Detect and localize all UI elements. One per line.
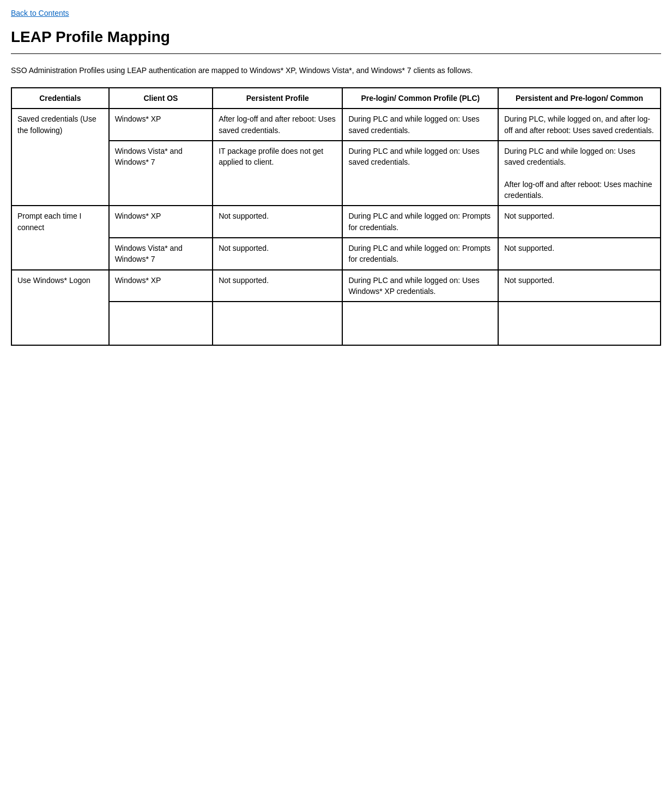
cell-os-xp-winlogon: Windows* XP — [109, 270, 213, 302]
cell-persistent-prompt-xp: Not supported. — [213, 206, 342, 238]
table-row: Prompt each time I connect Windows* XP N… — [11, 206, 661, 238]
table-header-row: Credentials Client OS Persistent Profile… — [11, 88, 661, 109]
cell-plc-saved-xp: During PLC and while logged on: Uses sav… — [342, 109, 498, 141]
header-persistent-profile: Persistent Profile — [213, 88, 342, 109]
cell-credentials-saved: Saved credentials (Use the following) — [11, 109, 109, 206]
back-to-contents-link[interactable]: Back to Contents — [11, 9, 69, 17]
cell-plc-prompt-xp: During PLC and while logged on: Prompts … — [342, 206, 498, 238]
cell-persistent-saved-vista: IT package profile does not get applied … — [213, 141, 342, 206]
cell-plc-winlogon-empty — [342, 302, 498, 345]
cell-prelogon-saved-vista: During PLC and while logged on: Uses sav… — [498, 141, 661, 206]
cell-plc-saved-vista: During PLC and while logged on: Uses sav… — [342, 141, 498, 206]
table-row: Use Windows* Logon Windows* XP Not suppo… — [11, 270, 661, 302]
intro-paragraph: SSO Administration Profiles using LEAP a… — [11, 65, 661, 76]
cell-os-xp-saved: Windows* XP — [109, 109, 213, 141]
cell-os-xp-prompt: Windows* XP — [109, 206, 213, 238]
cell-credentials-winlogon: Use Windows* Logon — [11, 270, 109, 346]
cell-plc-winlogon-xp: During PLC and while logged on: Uses Win… — [342, 270, 498, 302]
page-title: LEAP Profile Mapping — [11, 28, 661, 46]
table-row: Saved credentials (Use the following) Wi… — [11, 109, 661, 141]
cell-prelogon-prompt-xp: Not supported. — [498, 206, 661, 238]
cell-os-vista-prompt: Windows Vista* and Windows* 7 — [109, 238, 213, 270]
header-plc: Pre-login/ Common Profile (PLC) — [342, 88, 498, 109]
cell-plc-prompt-vista: During PLC and while logged on: Prompts … — [342, 238, 498, 270]
header-persistent-prelogon: Persistent and Pre-logon/ Common — [498, 88, 661, 109]
table-row: Windows Vista* and Windows* 7 Not suppor… — [11, 238, 661, 270]
cell-prelogon-saved-xp: During PLC, while logged on, and after l… — [498, 109, 661, 141]
cell-persistent-saved-xp: After log-off and after reboot: Uses sav… — [213, 109, 342, 141]
cell-credentials-prompt: Prompt each time I connect — [11, 206, 109, 269]
header-client-os: Client OS — [109, 88, 213, 109]
table-row — [11, 302, 661, 345]
cell-prelogon-winlogon-empty — [498, 302, 661, 345]
cell-persistent-winlogon-xp: Not supported. — [213, 270, 342, 302]
section-divider — [11, 53, 661, 54]
cell-prelogon-winlogon-xp: Not supported. — [498, 270, 661, 302]
cell-persistent-prompt-vista: Not supported. — [213, 238, 342, 270]
leap-mapping-table: Credentials Client OS Persistent Profile… — [11, 87, 661, 346]
cell-os-vista-saved: Windows Vista* and Windows* 7 — [109, 141, 213, 206]
cell-persistent-winlogon-empty — [213, 302, 342, 345]
cell-prelogon-prompt-vista: Not supported. — [498, 238, 661, 270]
cell-os-winlogon-empty — [109, 302, 213, 345]
table-row: Windows Vista* and Windows* 7 IT package… — [11, 141, 661, 206]
header-credentials: Credentials — [11, 88, 109, 109]
